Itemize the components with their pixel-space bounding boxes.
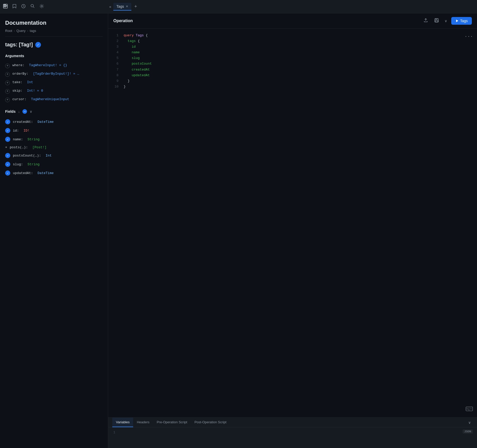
tab-headers[interactable]: Headers <box>133 418 153 427</box>
bottom-panel-chevron[interactable]: ∨ <box>466 418 473 427</box>
field-posts: + posts(…): [Post!] <box>5 144 103 151</box>
field-name: ✓ name: String <box>5 135 103 144</box>
arguments-section-title: Arguments <box>5 54 103 58</box>
svg-rect-10 <box>436 19 437 20</box>
documentation-panel: Documentation Root › Query › tags tags: … <box>0 13 108 448</box>
arg-take: + take: Int <box>5 79 103 87</box>
code-line-3: 3 id <box>113 44 472 50</box>
breadcrumb-current: tags <box>30 29 36 33</box>
main-layout: Documentation Root › Query › tags tags: … <box>0 13 477 448</box>
breadcrumb-sep-1: › <box>14 29 15 33</box>
top-bar-icons: « <box>3 4 111 10</box>
dropdown-icon[interactable]: ∨ <box>444 18 448 24</box>
field-id: ✓ id: ID! <box>5 126 103 135</box>
settings-icon[interactable] <box>39 4 44 10</box>
run-button-label: Tags <box>460 19 468 23</box>
code-line-10: 10 } <box>113 84 472 90</box>
field-check-id[interactable]: ✓ <box>5 128 10 133</box>
code-line-6: 6 postsCount <box>113 61 472 67</box>
tab-pre-operation-script[interactable]: Pre-Operation Script <box>153 418 191 427</box>
svg-rect-2 <box>4 6 7 6</box>
collapse-button[interactable]: « <box>109 5 111 9</box>
arg-orderby: + orderBy: [TagOrderByInput!]! = … <box>5 70 103 79</box>
arg-expand-skip[interactable]: + <box>5 89 10 94</box>
field-check-slug[interactable]: ✓ <box>5 162 10 167</box>
svg-rect-0 <box>4 4 6 5</box>
svg-marker-12 <box>456 20 458 22</box>
bookmark-icon[interactable] <box>12 4 16 10</box>
arg-cursor: + cursor: TagWhereUniqueInput <box>5 96 103 104</box>
field-createdat: ✓ createdAt: DateTime <box>5 117 103 126</box>
doc-icon[interactable] <box>3 4 8 10</box>
svg-rect-13 <box>466 407 473 411</box>
svg-rect-3 <box>4 7 6 7</box>
more-options-button[interactable]: ··· <box>465 33 473 41</box>
search-icon[interactable] <box>30 4 35 9</box>
top-bar: « Tags ✕ + <box>0 0 477 13</box>
arg-expand-cursor[interactable]: + <box>5 98 10 102</box>
save-icon[interactable] <box>433 17 440 25</box>
fields-header: Fields ↓ − ∨ <box>5 109 103 114</box>
tab-add-button[interactable]: + <box>132 3 139 10</box>
field-updatedat: ✓ updatedAt: DateTime <box>5 169 103 177</box>
code-line-1: 1 query Tags { <box>113 33 472 38</box>
field-title-row: tags: [Tag!] ✓ <box>5 42 103 48</box>
breadcrumb-sep-2: › <box>27 29 28 33</box>
arg-where: + where: TagWhereInput! = {} <box>5 62 103 70</box>
svg-point-8 <box>41 5 42 7</box>
verified-badge: ✓ <box>35 42 41 48</box>
svg-rect-11 <box>435 20 438 22</box>
history-icon[interactable] <box>21 4 26 10</box>
bottom-content[interactable]: 1 JSON <box>108 427 477 448</box>
fields-chevron-icon[interactable]: ∨ <box>30 109 32 114</box>
share-icon[interactable] <box>422 17 430 25</box>
json-badge[interactable]: JSON <box>463 429 473 434</box>
field-expand-posts[interactable]: + <box>5 145 7 149</box>
tab-label: Tags <box>116 4 124 8</box>
code-line-9: 9 } <box>113 78 472 84</box>
bottom-panel: Variables Headers Pre-Operation Script P… <box>108 417 477 448</box>
tab-close-icon[interactable]: ✕ <box>126 5 128 8</box>
operation-title: Operation <box>113 19 419 23</box>
breadcrumb: Root › Query › tags <box>5 29 103 37</box>
arg-expand-take[interactable]: + <box>5 81 10 85</box>
arg-expand-orderby[interactable]: + <box>5 72 10 77</box>
svg-rect-1 <box>4 5 7 6</box>
code-editor[interactable]: 1 query Tags { 2 tags { 3 id 4 name 5 sl… <box>108 29 477 417</box>
fields-collapse-button[interactable]: − <box>22 109 27 114</box>
run-button[interactable]: Tags <box>451 17 472 25</box>
fields-section-title: Fields <box>5 109 15 114</box>
tab-tags[interactable]: Tags ✕ <box>113 3 131 11</box>
operation-header: Operation ∨ Tags <box>108 13 477 29</box>
field-check-name[interactable]: ✓ <box>5 137 10 142</box>
svg-line-7 <box>33 7 34 8</box>
code-line-2: 2 tags { <box>113 38 472 44</box>
fields-sort-icon[interactable]: ↓ <box>18 110 20 114</box>
bottom-tabs: Variables Headers Pre-Operation Script P… <box>108 418 477 427</box>
code-line-7: 7 createdAt <box>113 67 472 73</box>
field-check-postscount[interactable]: ✓ <box>5 153 10 158</box>
code-line-4: 4 name <box>113 50 472 55</box>
svg-point-6 <box>31 4 33 7</box>
tab-post-operation-script[interactable]: Post-Operation Script <box>191 418 230 427</box>
code-line-8: 8 updatedAt <box>113 73 472 78</box>
field-heading: tags: [Tag!] <box>5 42 33 48</box>
breadcrumb-query[interactable]: Query <box>16 29 25 33</box>
breadcrumb-root[interactable]: Root <box>5 29 12 33</box>
field-check-updatedat[interactable]: ✓ <box>5 170 10 176</box>
doc-title: Documentation <box>5 20 103 26</box>
field-slug: ✓ slug: String <box>5 160 103 169</box>
right-panel: Operation ∨ Tags <box>108 13 477 448</box>
tabs-area: Tags ✕ + <box>111 3 474 11</box>
field-postscount: ✓ postsCount(…): Int <box>5 151 103 160</box>
arg-expand-where[interactable]: + <box>5 64 10 68</box>
variables-line-num: 1 <box>113 430 115 434</box>
keyboard-icon[interactable] <box>466 407 473 413</box>
field-check-createdat[interactable]: ✓ <box>5 119 10 124</box>
code-line-5: 5 slug <box>113 55 472 61</box>
tab-variables[interactable]: Variables <box>112 418 133 427</box>
arg-skip: + skip: Int! = 0 <box>5 87 103 96</box>
